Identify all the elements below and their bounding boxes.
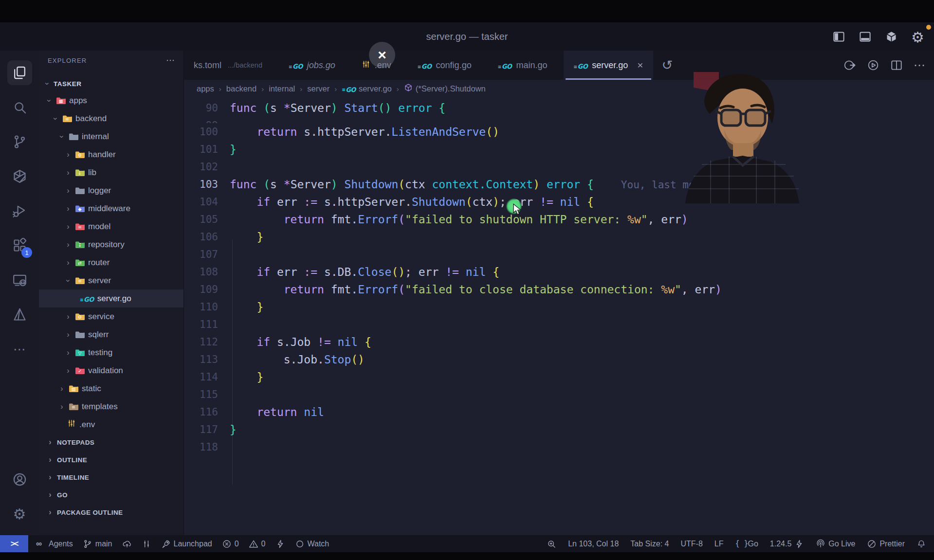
tree-item-model[interactable]: ›≡model — [39, 217, 183, 235]
status-0[interactable]: 0 — [222, 539, 239, 549]
history-icon[interactable]: ↺ — [662, 58, 673, 73]
status-utf-8[interactable]: UTF-8 — [680, 540, 702, 548]
status-agents[interactable]: ∞Agents — [36, 539, 73, 549]
breadcrumb-item[interactable]: GOserver.go — [342, 84, 392, 93]
status-tab-size-4[interactable]: Tab Size: 4 — [630, 540, 669, 548]
tree-item-apps[interactable]: ›▦apps — [39, 91, 183, 109]
tree-item-handler[interactable]: ›⚙handler — [39, 145, 183, 163]
status-lightning[interactable] — [275, 539, 285, 549]
tree-item-logger[interactable]: ›logger — [39, 181, 183, 199]
breadcrumb-item[interactable]: internal — [269, 84, 295, 93]
code-line-116[interactable]: 116 return nil — [184, 403, 934, 421]
tree-item-server[interactable]: ›≡server — [39, 271, 183, 289]
code-editor[interactable]: 90func (s *Server) Start() error {99100 … — [184, 97, 934, 535]
activitybar-settings-gear[interactable]: ⚙ — [0, 497, 39, 531]
breadcrumb-item[interactable]: apps — [197, 84, 214, 93]
status-compare-dots[interactable] — [142, 539, 151, 549]
activitybar-search[interactable] — [0, 90, 39, 125]
tree-item-internal[interactable]: ›internal — [39, 127, 183, 145]
layout-sidebar-icon[interactable] — [832, 30, 845, 43]
activitybar-account[interactable] — [0, 462, 39, 497]
status-1-24-5[interactable]: 1.24.5 — [770, 539, 804, 549]
activitybar-remote-window[interactable] — [0, 263, 39, 297]
status-bell[interactable] — [916, 539, 926, 549]
code-line-107[interactable]: 107 — [184, 246, 934, 263]
code-line-101[interactable]: 101} — [184, 141, 934, 158]
activitybar-cube-wire[interactable] — [0, 159, 39, 194]
tree-item-router[interactable]: ›⇄router — [39, 253, 183, 271]
tree-item-backend[interactable]: ›≡backend — [39, 109, 183, 127]
code-line-110[interactable]: 110 } — [184, 298, 934, 316]
more-icon[interactable]: ⋯ — [914, 58, 925, 72]
project-root-row[interactable]: › TASKER — [39, 76, 183, 91]
breadcrumb-item[interactable]: backend — [226, 84, 256, 93]
code-line-115[interactable]: 115 — [184, 386, 934, 403]
activitybar-extensions[interactable]: 1 — [0, 228, 39, 263]
sidebar-section-package-outline[interactable]: ›PACKAGE OUTLINE — [39, 504, 183, 521]
split-editor-icon[interactable] — [890, 59, 903, 72]
settings-gear-icon[interactable]: ⚙ — [911, 30, 924, 43]
code-line-102[interactable]: 102 — [184, 158, 934, 176]
breadcrumb-item[interactable]: server — [307, 84, 330, 93]
code-line-90[interactable]: 90func (s *Server) Start() error { — [184, 99, 934, 117]
tree-item-testing[interactable]: ›▽testing — [39, 343, 183, 361]
tree-item-lib[interactable]: ›↓lib — [39, 163, 183, 181]
activitybar-run-debug[interactable] — [0, 194, 39, 228]
explorer-more-icon[interactable]: ⋯ — [166, 55, 175, 66]
tree-item-sqlerr[interactable]: ›sqlerr — [39, 325, 183, 343]
status-launchpad[interactable]: Launchpad — [161, 539, 212, 549]
tab-server-go[interactable]: GOserver.go× — [564, 51, 653, 80]
tree-item-validation[interactable]: ›✓validation — [39, 361, 183, 379]
run-circle-icon[interactable] — [843, 59, 856, 72]
code-line-104[interactable]: 104 if err := s.httpServer.Shutdown(ctx)… — [184, 193, 934, 211]
sidebar-section-go[interactable]: ›GO — [39, 486, 183, 504]
remote-indicator[interactable]: >< — [0, 535, 28, 552]
status-go[interactable]: { }Go — [735, 539, 758, 549]
status-watch[interactable]: Watch — [295, 539, 330, 549]
activitybar-ellipsis[interactable]: ⋯ — [0, 332, 39, 366]
status-ln-103-col-18[interactable]: Ln 103, Col 18 — [568, 540, 619, 548]
tab-config-go[interactable]: GOconfig.go — [408, 51, 481, 80]
close-icon[interactable]: × — [637, 59, 643, 71]
sidebar-section-timeline[interactable]: ›TIMELINE — [39, 469, 183, 486]
tab-jobs-go[interactable]: GOjobs.go — [279, 51, 345, 80]
play-circle-icon[interactable] — [867, 59, 879, 72]
sidebar-section-notepads[interactable]: ›NOTEPADS — [39, 434, 183, 451]
status-zoom-magnifier[interactable] — [547, 539, 556, 549]
layout-panel-icon[interactable] — [859, 30, 872, 43]
status-cloud-upload[interactable] — [122, 539, 132, 549]
code-line-103[interactable]: 103func (s *Server) Shutdown(ctx context… — [184, 176, 934, 193]
code-line-111[interactable]: 111 — [184, 316, 934, 333]
activitybar-files[interactable] — [0, 55, 39, 90]
tree-item-templates[interactable]: ›≡templates — [39, 397, 183, 415]
tab-main-go[interactable]: GOmain.go — [488, 51, 557, 80]
code-line-114[interactable]: 114 } — [184, 368, 934, 386]
tree-item-service[interactable]: ›⚙service — [39, 307, 183, 325]
tree-item-middleware[interactable]: ›◆middleware — [39, 199, 183, 217]
boxkite-icon[interactable] — [885, 30, 898, 43]
breadcrumb-item[interactable]: (*Server).Shutdown — [404, 83, 486, 94]
sidebar-section-outline[interactable]: ›OUTLINE — [39, 451, 183, 469]
tree-item--env[interactable]: .env — [39, 415, 183, 434]
status-0[interactable]: 0 — [249, 539, 266, 549]
code-line-109[interactable]: 109 return fmt.Errorf("failed to close d… — [184, 281, 934, 298]
activitybar-source-control[interactable] — [0, 125, 39, 159]
code-line-100[interactable]: 100 return s.httpServer.ListenAndServe() — [184, 123, 934, 141]
tree-item-server-go[interactable]: GOserver.go — [39, 289, 183, 307]
tree-item-repository[interactable]: ›↧repository — [39, 235, 183, 253]
activitybar-prism[interactable] — [0, 297, 39, 332]
code-line-99[interactable]: 99 — [184, 117, 934, 123]
code-line-117[interactable]: 117} — [184, 421, 934, 438]
overlay-close-icon[interactable]: × — [369, 42, 395, 68]
status-go-live[interactable]: Go Live — [816, 539, 855, 549]
code-line-105[interactable]: 105 return fmt.Errorf("failed to shutdow… — [184, 211, 934, 228]
status-prettier[interactable]: Prettier — [867, 539, 905, 549]
code-line-112[interactable]: 112 if s.Job != nil { — [184, 333, 934, 351]
status-main[interactable]: main — [83, 539, 112, 549]
code-line-118[interactable]: 118 — [184, 438, 934, 456]
code-line-113[interactable]: 113 s.Job.Stop() — [184, 351, 934, 368]
code-line-108[interactable]: 108 if err := s.DB.Close(); err != nil { — [184, 263, 934, 281]
tab-ks-toml[interactable]: ks.toml.../backend — [184, 51, 272, 80]
code-line-106[interactable]: 106 } — [184, 228, 934, 246]
status-lf[interactable]: LF — [714, 540, 724, 548]
